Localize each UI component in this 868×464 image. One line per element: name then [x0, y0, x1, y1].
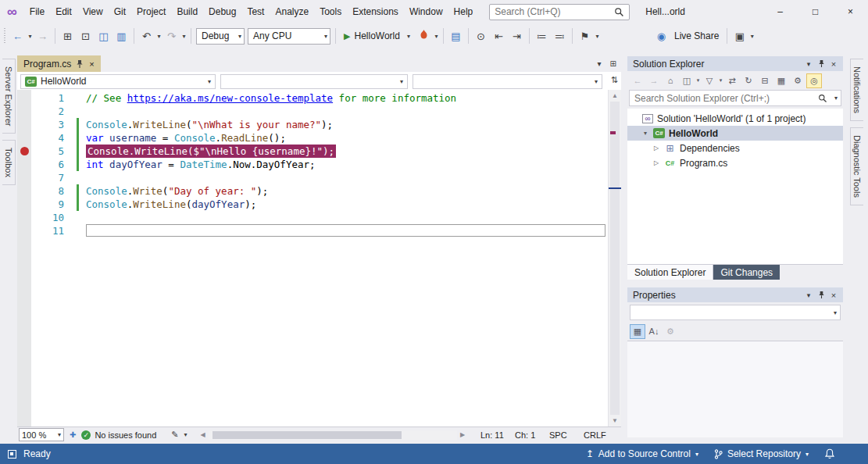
glyph-margin-cell[interactable] [17, 171, 31, 184]
quick-search-box[interactable]: Search (Ctrl+Q) [489, 4, 630, 20]
glyph-margin-cell[interactable] [17, 224, 31, 237]
menu-view[interactable]: View [77, 4, 109, 20]
decrease-line-indent-icon[interactable]: ⇤ [490, 27, 508, 45]
scrollbar-thumb[interactable] [610, 102, 620, 415]
tool-tab-server-explorer[interactable]: Server Explorer [2, 59, 16, 134]
project-dropdown[interactable]: C# HelloWorld ▾ [20, 74, 216, 89]
editor-options-icon[interactable]: ⊞ [610, 59, 616, 68]
sync-with-active-document-icon[interactable]: ⇄ [724, 73, 740, 88]
panel-tab-solution-explorer[interactable]: Solution Explorer [627, 265, 713, 280]
scrollbar-track[interactable] [609, 102, 621, 415]
hscrollbar-thumb[interactable] [213, 431, 402, 439]
close-tab-icon[interactable]: × [89, 59, 94, 69]
pending-changes-filter-icon[interactable]: ▽ [702, 73, 717, 88]
collapse-arrow-icon[interactable]: ▾ [641, 130, 649, 137]
pin-icon[interactable] [815, 291, 827, 299]
code-line-3[interactable]: 3Console.WriteLine("\nWhat is your name?… [17, 118, 608, 131]
properties-grid[interactable] [627, 341, 843, 437]
solution-platforms-dropdown[interactable]: Any CPU▾ [248, 28, 330, 45]
redo-icon[interactable]: ↷ [163, 27, 180, 45]
close-icon[interactable]: × [827, 291, 840, 300]
code-line-11[interactable]: 11 [17, 224, 608, 237]
open-file-icon[interactable]: ⊡ [77, 27, 95, 45]
pin-icon[interactable] [815, 59, 827, 68]
glyph-margin-cell[interactable] [17, 211, 31, 224]
type-dropdown[interactable]: ▾ [220, 74, 408, 89]
code-line-4[interactable]: 4var username = Console.ReadLine(); [17, 131, 608, 145]
toggle-bookmark-icon[interactable]: ⚑ [576, 27, 594, 45]
comment-selection-icon[interactable]: ≔ [533, 27, 551, 45]
code-line-10[interactable]: 10 [17, 211, 608, 224]
navigate-forward-icon[interactable]: → [34, 27, 52, 45]
tool-tab-notifications[interactable]: Notifications [850, 59, 863, 121]
code-line-2[interactable]: 2 [17, 105, 608, 118]
tree-item-helloworld[interactable]: ▾C#HelloWorld [627, 126, 843, 141]
menu-analyze[interactable]: Analyze [270, 4, 314, 20]
zoom-dropdown[interactable]: 100 % ▾ [19, 428, 64, 441]
code-line-5[interactable]: 5Console.WriteLine($"\nHello {username}!… [17, 145, 608, 158]
send-feedback-icon[interactable]: ▣ [730, 27, 748, 45]
code-line-9[interactable]: 9Console.WriteLine(dayOfYear); [17, 198, 608, 211]
menu-tools[interactable]: Tools [314, 4, 347, 20]
refresh-icon[interactable]: ↻ [741, 73, 756, 88]
pin-icon[interactable] [76, 59, 84, 69]
increase-line-indent-icon[interactable]: ⇥ [508, 27, 526, 45]
glyph-margin-cell[interactable] [17, 158, 31, 171]
glyph-margin-cell[interactable] [17, 198, 31, 211]
breakpoint-icon[interactable] [20, 147, 29, 155]
solution-configurations-dropdown[interactable]: Debug▾ [196, 28, 245, 45]
menu-build[interactable]: Build [171, 4, 203, 20]
code-line-7[interactable]: 7 [17, 171, 608, 184]
tree-item-dependencies[interactable]: ▷⊞Dependencies [627, 141, 843, 155]
hscrollbar-track[interactable] [209, 430, 457, 440]
undo-icon[interactable]: ↶ [138, 27, 155, 45]
navigate-forward-icon[interactable]: → [646, 73, 662, 88]
maximize-button[interactable]: □ [798, 0, 833, 23]
hot-reload-icon[interactable] [415, 27, 433, 45]
member-dropdown[interactable]: ▾ [413, 74, 602, 89]
chevron-down-icon[interactable]: ▾ [748, 33, 755, 40]
code-line-8[interactable]: 8Console.Write("Day of year: "); [17, 184, 608, 198]
chevron-down-icon[interactable]: ▾ [27, 33, 34, 40]
scroll-up-icon[interactable]: ▲ [609, 90, 621, 102]
menu-file[interactable]: File [24, 4, 50, 20]
categorized-icon[interactable]: ▦ [630, 324, 645, 339]
notifications-bell-icon[interactable] [824, 448, 835, 459]
alphabetical-icon[interactable]: A↓ [646, 324, 662, 339]
code-line-1[interactable]: 1// See https://aka.ms/new-console-templ… [17, 91, 608, 105]
solution-search-box[interactable]: Search Solution Explorer (Ctrl+;) ▾ [629, 90, 841, 106]
chevron-down-icon[interactable]: ▾ [433, 33, 440, 40]
line-ending-indicator[interactable]: CRLF [584, 430, 618, 440]
menu-git[interactable]: Git [109, 4, 131, 20]
switch-views-icon[interactable]: ◫ [679, 73, 695, 88]
properties-icon[interactable]: ⚙ [790, 73, 805, 88]
new-project-icon[interactable]: ⊞ [59, 27, 77, 45]
property-pages-icon[interactable]: ⚙ [663, 324, 678, 339]
display-quick-info-icon[interactable]: ⊙ [472, 27, 490, 45]
save-all-icon[interactable]: ▥ [113, 27, 130, 45]
chevron-down-icon[interactable]: ▾ [155, 33, 163, 40]
navigate-back-icon[interactable]: ← [630, 73, 645, 88]
tab-list-dropdown-icon[interactable]: ▾ [598, 59, 602, 68]
window-options-icon[interactable]: ▾ [802, 291, 815, 299]
menu-extensions[interactable]: Extensions [347, 4, 404, 20]
code-cleanup-button[interactable]: ✎▾ [171, 430, 187, 440]
scroll-right-icon[interactable]: ▶ [457, 431, 468, 438]
expand-arrow-icon[interactable]: ▷ [652, 159, 660, 166]
chevron-down-icon[interactable]: ▾ [834, 95, 838, 102]
live-share-button[interactable]: ◉Live Share [648, 27, 723, 45]
tool-tab-diagnostic-tools[interactable]: Diagnostic Tools [850, 127, 863, 205]
indent-mode-indicator[interactable]: SPC [549, 430, 584, 440]
menu-debug[interactable]: Debug [203, 4, 241, 20]
vertical-scrollbar[interactable]: ▲ ▼ [608, 90, 621, 427]
chevron-down-icon[interactable]: ▾ [180, 33, 188, 40]
show-all-files-icon[interactable]: ▦ [773, 73, 789, 88]
scroll-left-icon[interactable]: ◀ [198, 431, 209, 438]
navigate-backward-icon[interactable]: ← [9, 27, 27, 45]
add-to-source-control-button[interactable]: ↥ Add to Source Control ▾ [586, 448, 698, 459]
glyph-margin-cell[interactable] [17, 184, 31, 198]
code-line-6[interactable]: 6int dayOfYear = DateTime.Now.DayOfYear; [17, 158, 608, 171]
glyph-margin-cell[interactable] [17, 105, 31, 118]
tool-tab-toolbox[interactable]: Toolbox [2, 140, 16, 185]
window-options-icon[interactable]: ▾ [802, 60, 815, 68]
